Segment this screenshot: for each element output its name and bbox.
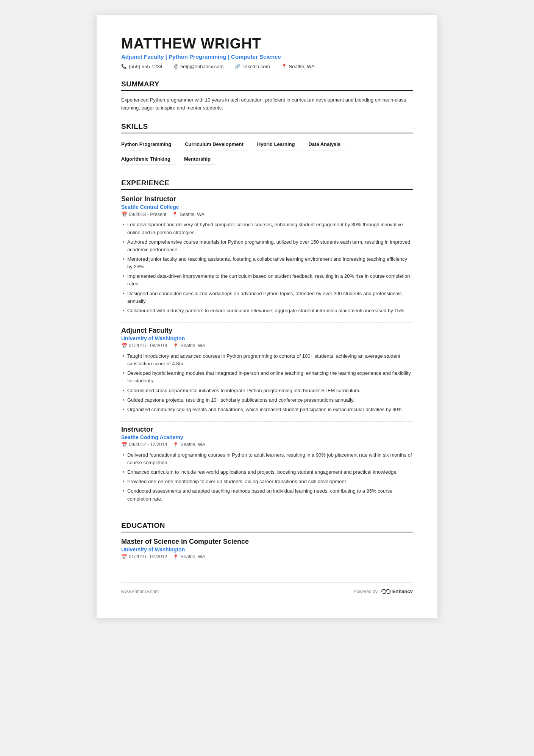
jobs-container: Senior InstructorSeattle Central College… (121, 195, 413, 510)
bullet-item: Guided capstone projects, resulting in 1… (121, 396, 413, 404)
job-company: Seattle Central College (121, 204, 413, 210)
job-entry: Senior InstructorSeattle Central College… (121, 195, 413, 323)
job-entry: InstructorSeattle Coding Academy📅 09/201… (121, 426, 413, 511)
bullet-item: Implemented data-driven improvements to … (121, 272, 413, 288)
job-dates: 📅 01/2015 - 08/2018 (121, 343, 167, 349)
job-entry: Adjunct FacultyUniversity of Washington📅… (121, 327, 413, 422)
skill-item: Python Programming (121, 139, 178, 150)
linkedin-icon: 🔗 (235, 64, 240, 69)
calendar-icon: 📅 (121, 442, 127, 448)
summary-section: SUMMARY Experienced Python programmer wi… (121, 80, 413, 112)
bullet-item: Organized community coding events and ha… (121, 406, 413, 413)
phone-icon: 📞 (121, 64, 127, 69)
edu-dates: 📅 01/2010 - 01/2012 (121, 554, 167, 560)
header-section: MATTHEW WRIGHT Adjunct Faculty | Python … (121, 36, 413, 69)
job-meta: 📅 09/2012 - 12/2014📍 Seattle, WA (121, 442, 413, 448)
education-section: EDUCATION Master of Science in Computer … (121, 521, 413, 560)
skill-item: Data Analysis (308, 139, 347, 150)
job-company: Seattle Coding Academy (121, 434, 413, 440)
edu-meta: 📅 01/2010 - 01/2012📍 Seattle, WA (121, 554, 413, 560)
summary-text: Experienced Python programmer with 10 ye… (121, 96, 413, 112)
email-contact: @ help@enhancv.com (174, 64, 223, 69)
job-meta: 📅 09/2018 - Present📍 Seattle, WA (121, 211, 413, 217)
enhancv-logo-icon (381, 588, 391, 595)
job-location: 📍 Seattle, WA (173, 442, 205, 448)
bullet-item: Coordinated cross-departmental initiativ… (121, 387, 413, 394)
calendar-icon: 📅 (121, 554, 127, 560)
linkedin-contact: 🔗 linkedin.com (235, 64, 270, 69)
job-title: Senior Instructor (121, 195, 413, 203)
edu-school: University of Washington (121, 546, 413, 553)
skills-list: Python ProgrammingCurriculum Development… (121, 139, 413, 168)
job-company: University of Washington (121, 335, 413, 341)
bullet-item: Led development and delivery of hybrid c… (121, 221, 413, 236)
job-location: 📍 Seattle, WA (173, 343, 205, 349)
skill-item: Hybrid Learning (257, 139, 302, 150)
education-entries: Master of Science in Computer ScienceUni… (121, 538, 413, 560)
education-heading: EDUCATION (121, 521, 413, 532)
job-meta: 📅 01/2015 - 08/2018📍 Seattle, WA (121, 343, 413, 349)
enhancv-brand-name: Enhancv (392, 589, 413, 594)
resume-page: MATTHEW WRIGHT Adjunct Faculty | Python … (97, 15, 437, 618)
job-dates: 📅 09/2012 - 12/2014 (121, 442, 167, 448)
job-bullets: Taught introductory and advanced courses… (121, 352, 413, 413)
location-pin-icon: 📍 (173, 554, 179, 560)
job-title: Instructor (121, 426, 413, 434)
job-bullets: Delivered foundational programming cours… (121, 451, 413, 503)
skill-item: Algorithmic Thinking (121, 153, 177, 165)
location-pin-icon: 📍 (172, 211, 178, 217)
bullet-item: Collaborated with industry partners to e… (121, 307, 413, 315)
bullet-item: Taught introductory and advanced courses… (121, 352, 413, 368)
phone-contact: 📞 (555) 555-1234 (121, 64, 162, 69)
candidate-name: MATTHEW WRIGHT (121, 36, 413, 52)
email-icon: @ (174, 64, 178, 69)
bullet-item: Developed hybrid learning modules that i… (121, 369, 413, 385)
location-pin-icon: 📍 (173, 343, 179, 349)
experience-heading: EXPERIENCE (121, 179, 413, 190)
education-entry: Master of Science in Computer ScienceUni… (121, 538, 413, 560)
candidate-title: Adjunct Faculty | Python Programming | C… (121, 53, 413, 60)
skill-item: Curriculum Development (185, 139, 250, 150)
calendar-icon: 📅 (121, 343, 127, 349)
location-contact: 📍 Seattle, WA (281, 64, 315, 69)
skill-item: Mentorship (184, 153, 217, 165)
page-footer: www.enhancv.com Powered by Enhancv (121, 582, 413, 595)
enhancv-logo: Enhancv (381, 588, 413, 595)
bullet-item: Delivered foundational programming cours… (121, 451, 413, 466)
skills-section: SKILLS Python ProgrammingCurriculum Deve… (121, 122, 413, 168)
experience-section: EXPERIENCE Senior InstructorSeattle Cent… (121, 179, 413, 510)
bullet-item: Enhanced curriculum to include real-worl… (121, 468, 413, 476)
bullet-item: Provided one-on-one mentorship to over 5… (121, 478, 413, 485)
location-icon: 📍 (281, 64, 287, 69)
job-location: 📍 Seattle, WA (172, 211, 205, 217)
skills-heading: SKILLS (121, 122, 413, 133)
bullet-item: Mentored junior faculty and teaching ass… (121, 255, 413, 271)
edu-location: 📍 Seattle, WA (173, 554, 205, 560)
location-pin-icon: 📍 (173, 442, 179, 448)
contact-info: 📞 (555) 555-1234 @ help@enhancv.com 🔗 li… (121, 64, 413, 69)
bullet-item: Designed and conducted specialized works… (121, 290, 413, 305)
edu-degree: Master of Science in Computer Science (121, 538, 413, 546)
summary-heading: SUMMARY (121, 80, 413, 91)
calendar-icon: 📅 (121, 211, 127, 217)
footer-website: www.enhancv.com (121, 589, 159, 594)
bullet-item: Authored comprehensive course materials … (121, 238, 413, 254)
job-title: Adjunct Faculty (121, 327, 413, 335)
footer-brand: Powered by Enhancv (353, 588, 413, 595)
job-bullets: Led development and delivery of hybrid c… (121, 221, 413, 315)
bullet-item: Conducted assessments and adapted teachi… (121, 487, 413, 502)
job-dates: 📅 09/2018 - Present (121, 211, 166, 217)
